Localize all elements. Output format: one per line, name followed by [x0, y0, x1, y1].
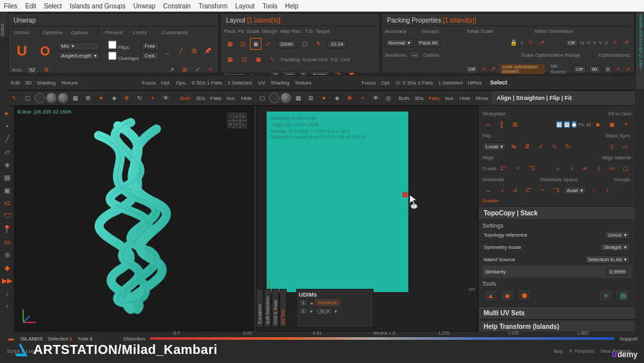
tool-magnet[interactable]: ⊕ [1, 249, 13, 260]
frequest-link[interactable]: F. Request [569, 348, 594, 354]
flip-h-icon[interactable]: ⇋ [508, 141, 520, 152]
orient-arrow-icon[interactable]: ↗ [622, 38, 631, 47]
udim-uv[interactable]: _U_V [315, 308, 333, 315]
topo-tool-3[interactable]: ⬣ [517, 289, 531, 302]
grid-icon-3d[interactable]: ⊞ [82, 92, 94, 104]
menu-edit[interactable]: Edit [25, 3, 36, 10]
left-side-tab[interactable]: Select [0, 12, 8, 37]
crpt-dropdown[interactable]: Crpt. [141, 52, 158, 60]
pack-icon-3[interactable]: ▦ [224, 54, 236, 65]
unfold-button[interactable]: U [12, 41, 32, 61]
tool-face[interactable]: ▱ [1, 146, 13, 157]
topo-tool-5[interactable]: ▤ [616, 289, 630, 302]
accuracy-dropdown[interactable]: Normal ▾ [385, 39, 413, 47]
uv-move-icon[interactable]: ✥ [344, 92, 355, 104]
tool-x2[interactable]: x2 [1, 197, 13, 209]
vtab-softsel[interactable]: Soft Selection [264, 289, 271, 328]
menu-unwrap[interactable]: Unwrap [133, 3, 155, 10]
align-c-icon[interactable]: ⫟ [511, 162, 523, 174]
straighten-h-icon[interactable]: ═ [482, 119, 494, 130]
fit-arrow-icon[interactable]: ↗ [620, 119, 631, 130]
space-h-icon[interactable]: ↔ [588, 184, 600, 196]
constraint-icon-1[interactable]: ⎯ [162, 45, 173, 57]
cursor-icon[interactable]: ↖ [9, 92, 21, 104]
stack-icon-1[interactable]: ▯ [606, 141, 618, 152]
tool-shell[interactable]: ▦ [1, 172, 13, 183]
viewport-3d[interactable]: B.Box: [26.235 32.1605 TFRBKL [14, 106, 254, 331]
dist-c-icon[interactable]: ⫞ [496, 184, 507, 196]
overlaps-checkbox[interactable] [108, 52, 117, 60]
tool-box[interactable]: ▭ [1, 236, 13, 248]
rotate-icon[interactable]: ↻ [134, 92, 146, 104]
distortion-gradient[interactable]: Neutral 1.0 0.5 0.65 0.81 1.235 1.525 1.… [150, 337, 614, 340]
uv-wire-icon[interactable] [269, 93, 279, 103]
mode-hide-3d[interactable]: Hide [240, 95, 254, 101]
fit-tile-1[interactable]: ▦ [556, 121, 562, 128]
straighten-g-icon[interactable]: ⊞ [509, 119, 521, 130]
dist-c2-icon[interactable]: ⫟ [536, 184, 548, 196]
udim-distribute[interactable]: Distribute [315, 299, 341, 306]
axis-x[interactable]: X [592, 40, 596, 46]
helptrans-title[interactable]: Help Transform (Islands) [478, 320, 635, 331]
pack-icon-2[interactable]: ◫ [237, 38, 249, 50]
clear-icon[interactable]: ✕ [206, 65, 215, 74]
menu-layout[interactable]: Layout [235, 3, 254, 10]
tool-vertex[interactable]: • [1, 120, 13, 132]
scale-icon[interactable]: ⤢ [263, 38, 274, 50]
topref-val[interactable]: Uncut ▾ [605, 231, 630, 239]
auto-settings-icon[interactable]: ⚙ [42, 65, 51, 74]
udim-one[interactable]: 1 [299, 299, 308, 306]
tool-island[interactable]: ◈ [1, 159, 13, 170]
sim-val[interactable]: 0.9999 [607, 268, 629, 276]
multiuv-title[interactable]: Multi UV Sets [478, 306, 635, 320]
fit-tri-icon[interactable]: ▶ [592, 119, 604, 130]
lbl-px[interactable]: Px [578, 122, 584, 128]
align-t-icon[interactable]: ⫠ [552, 162, 564, 174]
fit-tile-4[interactable]: ▣ [606, 119, 618, 130]
mode-both-uv[interactable]: Both [397, 95, 411, 101]
uv-marker[interactable] [402, 192, 408, 197]
constraint-icon-3[interactable]: ⊞ [189, 45, 200, 57]
mode-flats-uv[interactable]: Flats [427, 95, 442, 101]
arrow-icon[interactable]: ↗ [167, 65, 176, 74]
menu-files[interactable]: Files [4, 3, 17, 10]
constraint-icon-4[interactable]: 📌 [202, 45, 214, 57]
mapres-icon[interactable]: ▢ [299, 38, 310, 50]
uv-eye-icon[interactable]: 👁 [370, 92, 381, 104]
shade-tex-icon[interactable] [58, 93, 68, 103]
local-dropdown[interactable]: Local ▾ [482, 142, 506, 151]
sym-val[interactable]: Straight ▾ [600, 243, 630, 251]
margin-value[interactable]: 20/40 [277, 40, 296, 48]
fit-tile-3[interactable]: ◆ [572, 121, 576, 128]
ms-arrow-icon[interactable]: ↗ [625, 64, 632, 74]
topo-tool-2[interactable]: ◆ [500, 289, 515, 302]
udim-one2[interactable]: 1 [299, 308, 308, 315]
menu-constrain[interactable]: Constrain [163, 3, 191, 10]
mode-hide-uv[interactable]: Hide [458, 95, 472, 101]
flip-v-icon[interactable]: ⇵ [522, 141, 533, 152]
iscale-lock-icon[interactable]: 🔒 [509, 38, 518, 47]
mode-flats-3d[interactable]: Flats [209, 95, 223, 101]
align-l-icon[interactable]: ⫍ [498, 162, 509, 174]
axis-v[interactable]: V [587, 40, 590, 46]
ms-0[interactable]: 0 [603, 65, 612, 74]
avail-dropdown[interactable]: Avail ▾ [564, 186, 586, 195]
vtab-gridsnap[interactable]: Grid & Snap [272, 289, 279, 328]
orient-x-icon[interactable]: ✕ [611, 38, 620, 47]
stack-icon-2[interactable]: ▭ [620, 141, 631, 152]
tool-up[interactable]: ↑ [1, 300, 13, 312]
tool-sym[interactable]: ◆ [1, 262, 13, 273]
dist-v-icon[interactable]: ⫡ [509, 184, 521, 196]
tool-down[interactable]: ↓ [1, 288, 13, 299]
uv-checker-icon[interactable]: ▦ [292, 92, 304, 104]
eye-icon[interactable]: 👁 [160, 92, 171, 104]
iter-val[interactable]: — [409, 51, 421, 59]
constraint-icon-2[interactable]: ╱ [175, 45, 187, 57]
mode-show-uv[interactable]: Show [473, 95, 490, 101]
ms-off[interactable]: Off [573, 65, 586, 74]
pack-icon-5[interactable]: ▣ [252, 54, 264, 65]
topo-tool-4[interactable]: ≡ [599, 289, 613, 302]
topo-section-title[interactable]: TopoCopy | Stack [478, 206, 635, 220]
mode-isol-3d[interactable]: Isol. [225, 95, 238, 101]
menu-select[interactable]: Select [44, 3, 62, 10]
